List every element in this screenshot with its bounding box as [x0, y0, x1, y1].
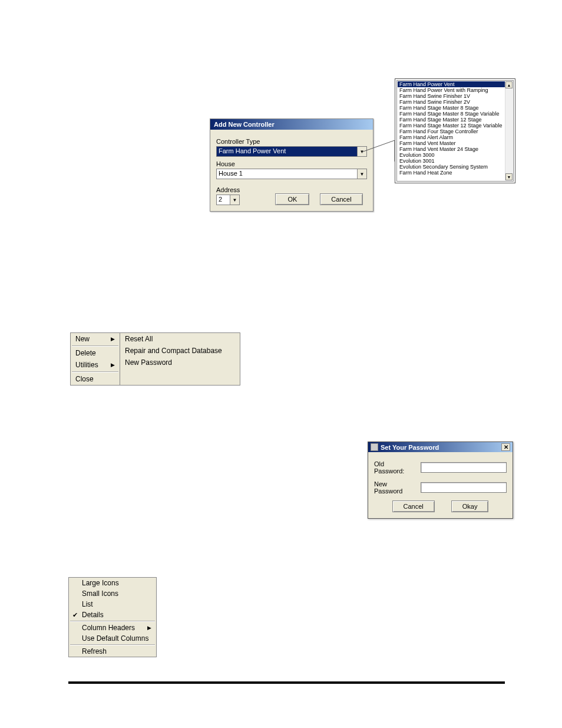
arrow-right-icon: ▶	[147, 625, 151, 631]
cancel-button[interactable]: Cancel	[320, 193, 362, 205]
arrow-right-icon: ▶	[111, 362, 115, 368]
divider	[68, 681, 505, 684]
okay-button[interactable]: Okay	[451, 500, 489, 512]
controller-type-value: Farm Hand Power Vent	[217, 147, 357, 156]
callout-line	[362, 140, 398, 162]
file-menu: New▶ Delete Utilities▶ Close Reset All R…	[70, 332, 240, 386]
menu-item-small-icons[interactable]: Small Icons	[69, 588, 156, 599]
cancel-button[interactable]: Cancel	[392, 500, 435, 512]
menu-item-repair-compact[interactable]: Repair and Compact Database	[120, 345, 240, 357]
menu-item-refresh[interactable]: Refresh	[69, 646, 156, 657]
menu-item-utilities[interactable]: Utilities▶	[71, 359, 120, 371]
dialog-title: Add New Controller	[210, 119, 373, 130]
list-item[interactable]: Farm Hand Power Vent	[398, 81, 505, 87]
list-item[interactable]: Evolution Secondary Sensing System	[398, 164, 505, 170]
list-item[interactable]: Farm Hand Alert Alarm	[398, 134, 505, 140]
list-item[interactable]: Evolution 3000	[398, 152, 505, 158]
list-item[interactable]: Farm Hand Four Stage Controller	[398, 129, 505, 134]
dialog-title: Set Your Password	[381, 444, 439, 451]
list-item[interactable]: Farm Hand Vent Master	[398, 140, 505, 146]
view-menu: Large Icons Small Icons List ✔Details Co…	[68, 577, 157, 657]
set-password-dialog: Set Your Password ✕ Old Password: New Pa…	[368, 442, 513, 519]
scroll-up-icon[interactable]: ▲	[505, 81, 513, 88]
list-item[interactable]: Farm Hand Stage Master 8 Stage Variable	[398, 111, 505, 117]
house-label: House	[216, 160, 367, 167]
house-value: House 1	[217, 169, 357, 179]
old-password-label: Old Password:	[374, 460, 415, 475]
menu-item-column-headers[interactable]: Column Headers▶	[69, 622, 156, 633]
menu-item-use-default-columns[interactable]: Use Default Columns	[69, 633, 156, 644]
list-item[interactable]: Farm Hand Swine Finisher 1V	[398, 93, 505, 99]
address-value: 2	[217, 195, 230, 205]
address-combo[interactable]: 2 ▼	[216, 195, 240, 205]
house-combo[interactable]: House 1 ▼	[216, 169, 367, 179]
list-item[interactable]: Farm Hand Heat Zone	[398, 170, 505, 176]
scroll-down-icon[interactable]: ▼	[505, 173, 513, 180]
scrollbar[interactable]: ▲ ▼	[505, 81, 513, 180]
menu-item-delete[interactable]: Delete	[71, 347, 120, 359]
address-label: Address	[216, 186, 240, 193]
list-item[interactable]: Farm Hand Stage Master 12 Stage	[398, 117, 505, 123]
controller-type-listbox: Farm Hand Power VentFarm Hand Power Vent…	[395, 78, 515, 183]
controller-type-combo[interactable]: Farm Hand Power Vent ▼	[216, 146, 367, 157]
controller-type-label: Controller Type	[216, 138, 367, 145]
menu-item-large-icons[interactable]: Large Icons	[69, 578, 156, 588]
list-item[interactable]: Farm Hand Stage Master 12 Stage Variable	[398, 123, 505, 129]
new-password-label: New Password	[374, 480, 415, 495]
menu-item-new[interactable]: New▶	[71, 333, 120, 345]
add-new-controller-dialog: Add New Controller Controller Type Farm …	[210, 118, 373, 212]
list-item[interactable]: Farm Hand Stage Master 8 Stage	[398, 105, 505, 111]
close-icon[interactable]: ✕	[501, 443, 510, 451]
menu-item-list[interactable]: List	[69, 599, 156, 610]
list-item[interactable]: Farm Hand Vent Master 24 Stage	[398, 146, 505, 152]
arrow-right-icon: ▶	[111, 336, 115, 342]
list-item[interactable]: Farm Hand Power Vent with Ramping	[398, 87, 505, 93]
ok-button[interactable]: OK	[275, 193, 309, 205]
menu-item-details[interactable]: ✔Details	[69, 610, 156, 620]
old-password-input[interactable]	[421, 462, 507, 473]
new-password-input[interactable]	[421, 482, 507, 493]
chevron-down-icon[interactable]: ▼	[230, 195, 239, 205]
menu-item-new-password[interactable]: New Password	[120, 357, 240, 368]
app-icon	[371, 443, 378, 451]
list-item[interactable]: Farm Hand Swine Finisher 2V	[398, 99, 505, 105]
menu-item-reset-all[interactable]: Reset All	[120, 333, 240, 345]
chevron-down-icon[interactable]: ▼	[357, 169, 366, 179]
check-icon: ✔	[72, 611, 78, 619]
list-item[interactable]: Evolution 3001	[398, 158, 505, 164]
menu-item-close[interactable]: Close	[71, 373, 120, 385]
